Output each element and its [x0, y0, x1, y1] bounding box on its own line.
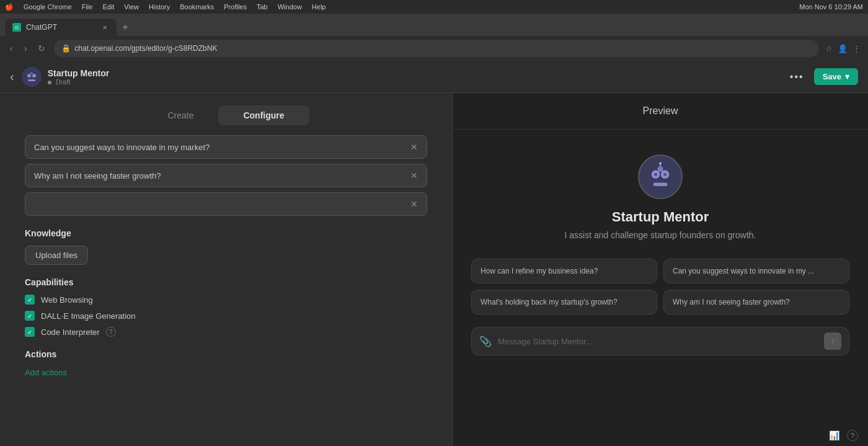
apple-menu[interactable]: 🍎 [5, 3, 14, 11]
capabilities-title: Capabilities [25, 277, 427, 287]
menu-item-view[interactable]: View [124, 3, 139, 11]
bot-name: Startup Mentor [48, 68, 110, 78]
upload-files-button[interactable]: Upload files [25, 246, 88, 265]
menu-item-tab[interactable]: Tab [257, 3, 268, 11]
profile-icon[interactable]: 👤 [838, 44, 848, 53]
preview-content: Startup Mentor I assist and challenge st… [453, 130, 868, 425]
svg-point-5 [639, 156, 681, 198]
chevron-down-icon: ▾ [845, 72, 849, 81]
url-text: chat.openai.com/gpts/editor/g-cS8RDZbNK [74, 44, 217, 53]
menu-item-chrome[interactable]: Google Chrome [24, 3, 72, 11]
svg-rect-4 [30, 72, 33, 74]
bookmark-icon[interactable]: ☆ [825, 44, 833, 53]
starter-input-2[interactable]: Why am I not seeing faster growth? ✕ [25, 164, 427, 187]
bot-status: Draft [48, 78, 110, 86]
suggestion-card-2[interactable]: Can you suggest ways to innovate in my .… [663, 259, 849, 283]
system-time: Mon Nov 6 10:29 AM [799, 3, 863, 11]
send-button[interactable]: ↑ [824, 332, 841, 350]
knowledge-title: Knowledge [25, 228, 427, 238]
starter-input-1[interactable]: Can you suggest ways to innovate in my m… [25, 135, 427, 159]
nav-back-button[interactable]: ‹ [10, 69, 14, 84]
menu-bar: 🍎 Google Chrome File Edit View History B… [0, 0, 868, 14]
create-tab[interactable]: Create [143, 105, 218, 125]
starter-row-1: Can you suggest ways to innovate in my m… [25, 135, 427, 159]
chart-icon[interactable]: 📊 [829, 430, 839, 440]
app-container: ‹ Startup Mentor Draft ••• Save ▾ [0, 61, 868, 446]
tab-title: ChatGPT [26, 23, 57, 32]
svg-point-8 [654, 172, 658, 176]
save-button[interactable]: Save ▾ [814, 68, 858, 85]
menu-item-profiles[interactable]: Profiles [224, 3, 247, 11]
back-button[interactable]: ‹ [7, 42, 16, 55]
starter-input-3[interactable]: ✕ [25, 192, 427, 216]
lock-icon: 🔒 [61, 44, 71, 53]
suggestion-card-3[interactable]: What's holding back my startup's growth? [471, 290, 657, 314]
starter-remove-2[interactable]: ✕ [410, 171, 418, 181]
address-icons: ☆ 👤 ⋮ [825, 44, 861, 53]
panel-scroll: Can you suggest ways to innovate in my m… [0, 135, 452, 446]
menu-item-bookmarks[interactable]: Bookmarks [180, 3, 214, 11]
configure-tab[interactable]: Configure [218, 105, 309, 125]
attach-icon[interactable]: 📎 [479, 336, 492, 347]
menu-bar-right: Mon Nov 6 10:29 AM [799, 3, 863, 11]
preview-footer: 📊 ? [453, 425, 868, 446]
tab-close-button[interactable]: ✕ [100, 23, 109, 32]
message-input[interactable]: Message Startup Mentor... [498, 337, 818, 346]
preview-bot-name: Startup Mentor [612, 209, 709, 225]
svg-point-9 [663, 172, 667, 176]
dalle-checkbox[interactable]: ✓ [25, 311, 35, 321]
preview-header: Preview [453, 93, 868, 130]
browser-tab[interactable]: G ChatGPT ✕ [5, 19, 117, 36]
preview-avatar [638, 154, 683, 199]
more-options-button[interactable]: ••• [790, 71, 804, 83]
svg-point-13 [659, 162, 662, 164]
svg-rect-10 [653, 182, 668, 186]
capability-dalle: ✓ DALL·E Image Generation [25, 311, 427, 321]
suggestion-grid: How can I refine my business idea? Can y… [471, 259, 849, 314]
url-field[interactable]: 🔒 chat.openai.com/gpts/editor/g-cS8RDZbN… [54, 40, 819, 57]
web-browsing-label: Web Browsing [41, 295, 93, 305]
suggestion-card-1[interactable]: How can I refine my business idea? [471, 259, 657, 283]
menu-icon[interactable]: ⋮ [852, 44, 861, 53]
starter-row-2: Why am I not seeing faster growth? ✕ [25, 164, 427, 187]
menu-item-file[interactable]: File [82, 3, 93, 11]
help-icon[interactable]: ? [847, 430, 858, 441]
tab-bar: G ChatGPT ✕ + [0, 14, 868, 36]
tab-switcher: Create Configure [0, 93, 452, 135]
new-tab-button[interactable]: + [117, 19, 134, 36]
svg-rect-3 [28, 79, 35, 81]
svg-point-1 [27, 74, 31, 78]
preview-tagline: I assist and challenge startup founders … [565, 230, 756, 240]
tab-favicon: G [12, 23, 21, 32]
menu-item-history[interactable]: History [149, 3, 170, 11]
menu-item-window[interactable]: Window [278, 3, 302, 11]
svg-point-0 [22, 67, 42, 87]
code-interpreter-label: Code Interpreter [41, 328, 100, 337]
status-dot [48, 81, 51, 84]
capabilities-section: Capabilities ✓ Web Browsing ✓ DALL·E Ima… [25, 277, 427, 337]
app-nav: ‹ Startup Mentor Draft ••• Save ▾ [0, 61, 868, 93]
message-area: 📎 Message Startup Mentor... ↑ [471, 327, 849, 355]
address-bar: ‹ › ↻ 🔒 chat.openai.com/gpts/editor/g-cS… [0, 36, 868, 61]
svg-rect-11 [657, 166, 663, 172]
starters-section: Can you suggest ways to innovate in my m… [25, 135, 427, 216]
code-interpreter-info-icon[interactable]: ? [106, 327, 116, 337]
left-panel: Create Configure Can you suggest ways to… [0, 93, 453, 446]
code-interpreter-checkbox[interactable]: ✓ [25, 327, 35, 337]
content-area: Create Configure Can you suggest ways to… [0, 93, 868, 446]
capability-code-interpreter: ✓ Code Interpreter ? [25, 327, 427, 337]
reload-button[interactable]: ↻ [35, 42, 48, 55]
avatar [22, 67, 42, 87]
starter-remove-1[interactable]: ✕ [410, 142, 418, 152]
knowledge-section: Knowledge Upload files [25, 228, 427, 265]
menu-item-edit[interactable]: Edit [102, 3, 114, 11]
suggestion-card-4[interactable]: Why am I not seeing faster growth? [663, 290, 849, 314]
forward-button[interactable]: › [22, 42, 30, 55]
add-actions-button[interactable]: Add actions [25, 368, 67, 377]
bot-info: Startup Mentor Draft [48, 68, 110, 86]
menu-item-help[interactable]: Help [312, 3, 326, 11]
actions-section: Actions Add actions [25, 349, 427, 378]
web-browsing-checkbox[interactable]: ✓ [25, 295, 35, 305]
dalle-label: DALL·E Image Generation [41, 311, 135, 321]
starter-remove-3[interactable]: ✕ [410, 199, 418, 209]
